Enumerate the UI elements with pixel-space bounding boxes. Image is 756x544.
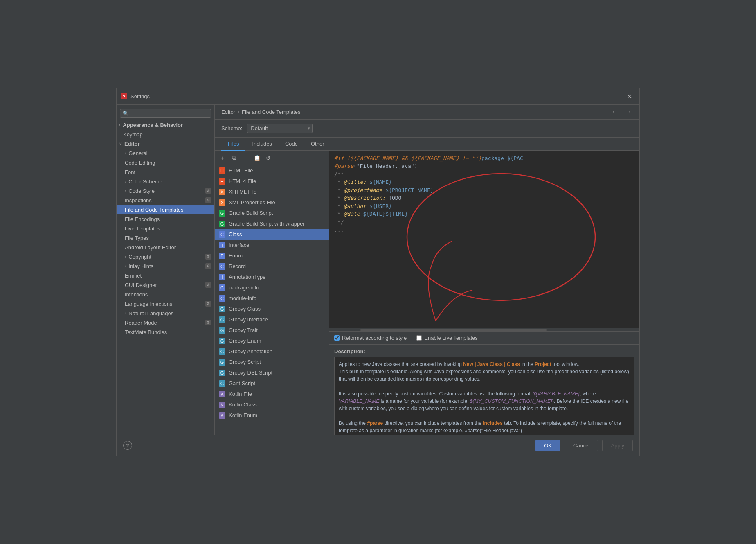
help-button[interactable]: ? (123, 441, 132, 450)
file-icon-gant-script: G (219, 380, 225, 387)
sidebar-item-editor[interactable]: ∨Editor (117, 139, 214, 149)
code-editor[interactable]: #if (${PACKAGE_NAME} && ${PACKAGE_NAME} … (329, 151, 639, 328)
template-item-annotation-type[interactable]: I AnnotationType (215, 272, 329, 282)
scheme-select[interactable]: Default Project (247, 124, 313, 133)
tab-files[interactable]: Files (221, 138, 245, 151)
sidebar-item-file-types[interactable]: File Types (117, 233, 214, 243)
template-item-groovy-dsl[interactable]: G Groovy DSL Script (215, 368, 329, 378)
nav-back[interactable]: ← (610, 107, 620, 116)
template-item-enum[interactable]: E Enum (215, 251, 329, 261)
template-item-kotlin-enum[interactable]: K Kotlin Enum (215, 410, 329, 421)
template-item-groovy-script[interactable]: G Groovy Script (215, 357, 329, 368)
add-button[interactable]: + (218, 153, 227, 163)
template-item-groovy-interface[interactable]: G Groovy Interface (215, 314, 329, 325)
template-item-gradle-wrapper[interactable]: G Gradle Build Script with wrapper (215, 219, 329, 229)
sidebar-item-reader-mode[interactable]: Reader Mode⚙ (117, 318, 214, 327)
tab-includes[interactable]: Includes (245, 138, 278, 151)
code-container: #if (${PACKAGE_NAME} && ${PACKAGE_NAME} … (329, 151, 639, 331)
move-button[interactable]: 📋 (252, 153, 261, 163)
reformat-checkbox[interactable] (334, 335, 340, 341)
sidebar-label-general: General (128, 150, 147, 156)
sidebar-label-emmet: Emmet (125, 273, 142, 279)
template-item-groovy-enum[interactable]: G Groovy Enum (215, 336, 329, 346)
scheme-row: Scheme: Default Project (215, 120, 639, 138)
sidebar-label-keymap: Keymap (123, 131, 143, 138)
file-icon-groovy-annotation: G (219, 348, 225, 355)
code-line-0: #if (${PACKAGE_NAME} && ${PACKAGE_NAME} … (334, 154, 634, 163)
template-item-module-info[interactable]: C module-info (215, 293, 329, 304)
template-item-package-info[interactable]: C package-info (215, 282, 329, 293)
sidebar-item-intentions[interactable]: Intentions (117, 290, 214, 299)
sidebar-item-emmet[interactable]: Emmet (117, 271, 214, 280)
file-icon-class: C (219, 231, 225, 238)
arrow-icon-editor: ∨ (119, 142, 122, 146)
sidebar-item-keymap[interactable]: Keymap (117, 130, 214, 139)
template-item-xml-properties[interactable]: X XML Properties File (215, 197, 329, 208)
sidebar-item-copyright[interactable]: ›Copyright⚙ (117, 252, 214, 262)
code-token: ${DATE}${TIME} (360, 211, 408, 217)
live-templates-option[interactable]: Enable Live Templates (416, 335, 478, 341)
sidebar-item-inlay-hints[interactable]: ›Inlay Hints⚙ (117, 262, 214, 271)
copy-button[interactable]: ⧉ (230, 153, 239, 163)
template-item-gradle-build[interactable]: G Gradle Build Script (215, 208, 329, 219)
sidebar-item-code-editing[interactable]: Code Editing (117, 158, 214, 167)
cancel-button[interactable]: Cancel (565, 440, 598, 451)
sidebar-item-live-templates[interactable]: Live Templates (117, 224, 214, 233)
template-item-gant-script[interactable]: G Gant Script (215, 378, 329, 389)
arrow-icon-natural-languages: › (125, 311, 126, 316)
template-item-groovy-class[interactable]: G Groovy Class (215, 304, 329, 314)
sidebar-item-gui-designer[interactable]: GUI Designer⚙ (117, 280, 214, 290)
tab-code[interactable]: Code (279, 138, 304, 151)
tab-other[interactable]: Other (304, 138, 331, 151)
ok-button[interactable]: OK (536, 440, 560, 451)
live-templates-checkbox[interactable] (416, 335, 422, 341)
nav-forward[interactable]: → (623, 107, 633, 116)
scroll-thumb[interactable] (360, 329, 547, 331)
sidebar-item-appearance[interactable]: ›Appearance & Behavior (117, 120, 214, 130)
template-label-gradle-wrapper: Gradle Build Script with wrapper (229, 221, 305, 227)
reformat-option[interactable]: Reformat according to style (334, 335, 407, 341)
code-token: package ${PAC (482, 155, 523, 161)
badge-gui-designer: ⚙ (205, 282, 211, 288)
sidebar-item-inspections[interactable]: Inspections⚙ (117, 196, 214, 205)
template-item-class[interactable]: C Class (215, 229, 329, 240)
template-label-interface: Interface (229, 242, 250, 248)
template-item-kotlin-class[interactable]: K Kotlin Class (215, 400, 329, 410)
remove-button[interactable]: − (241, 153, 250, 163)
reset-button[interactable]: ↺ (264, 153, 273, 163)
description-box: Applies to new Java classes that are cre… (334, 357, 634, 435)
template-item-groovy-annotation[interactable]: G Groovy Annotation (215, 346, 329, 357)
template-item-kotlin-file[interactable]: K Kotlin File (215, 389, 329, 400)
sidebar-item-android-layout-editor[interactable]: Android Layout Editor (117, 243, 214, 252)
dialog-body: ›Appearance & BehaviorKeymap∨Editor›Gene… (117, 105, 639, 435)
template-item-interface[interactable]: I Interface (215, 240, 329, 251)
sidebar-item-general[interactable]: ›General (117, 149, 214, 158)
badge-language-injections: ⚙ (205, 301, 211, 307)
search-input[interactable] (120, 109, 211, 118)
sidebar-item-file-and-code-templates[interactable]: File and Code Templates (117, 205, 214, 214)
template-label-groovy-interface: Groovy Interface (229, 316, 268, 323)
sidebar-item-code-style[interactable]: ›Code Style⚙ (117, 186, 214, 196)
template-item-xhtml-file[interactable]: X XHTML File (215, 187, 329, 197)
sidebar-item-natural-languages[interactable]: ›Natural Languages (117, 309, 214, 318)
badge-inspections: ⚙ (205, 197, 211, 203)
template-item-record[interactable]: C Record (215, 261, 329, 272)
template-item-groovy-trait[interactable]: G Groovy Trait (215, 325, 329, 336)
sidebar-item-file-encodings[interactable]: File Encodings (117, 214, 214, 224)
tabs-row: FilesIncludesCodeOther (215, 138, 639, 151)
template-label-groovy-trait: Groovy Trait (229, 327, 258, 333)
dialog-title: Settings (130, 93, 623, 99)
code-line-4: * @title: ${NAME} (334, 178, 634, 186)
sidebar-item-language-injections[interactable]: Language Injections⚙ (117, 299, 214, 309)
file-icon-groovy-dsl: G (219, 370, 225, 376)
close-button[interactable]: ✕ (623, 91, 635, 102)
live-templates-label: Enable Live Templates (424, 335, 478, 341)
sidebar-item-color-scheme[interactable]: ›Color Scheme (117, 177, 214, 186)
horizontal-scrollbar[interactable] (329, 328, 639, 331)
template-item-html-file[interactable]: H HTML File (215, 165, 329, 176)
sidebar-item-textmate-bundles[interactable]: TextMate Bundles (117, 327, 214, 337)
code-line-6: * @description: TODO (334, 194, 634, 202)
apply-button[interactable]: Apply (602, 440, 633, 451)
template-item-html4-file[interactable]: H HTML4 File (215, 176, 329, 187)
sidebar-item-font[interactable]: Font (117, 167, 214, 177)
